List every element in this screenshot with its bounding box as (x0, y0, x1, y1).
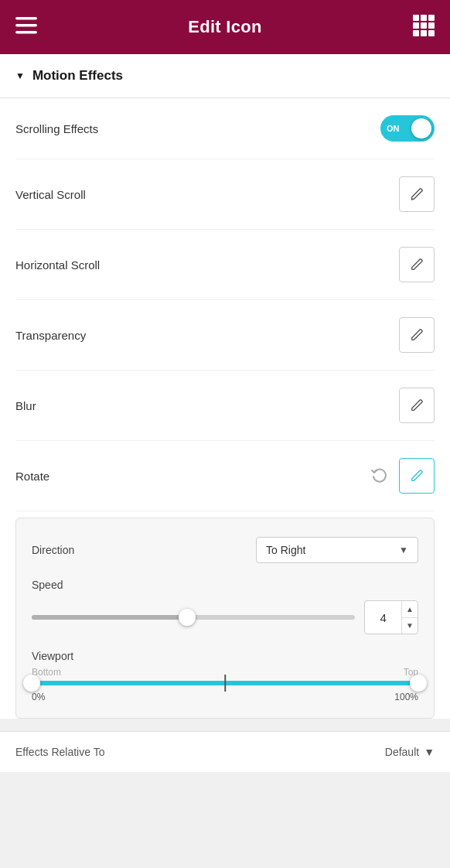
viewport-divider (224, 675, 226, 692)
effects-relative-row: Effects Relative To Default ▼ (0, 731, 450, 772)
chevron-down-icon: ▼ (399, 545, 408, 555)
viewport-section: Viewport Bottom Top 0% 100% (32, 650, 418, 702)
speed-increment-button[interactable]: ▲ (402, 601, 418, 618)
speed-slider-thumb[interactable] (179, 609, 196, 626)
viewport-left-thumb[interactable] (23, 675, 40, 692)
svg-rect-1 (15, 24, 37, 27)
effects-relative-dropdown[interactable]: Default ▼ (385, 746, 435, 758)
rotate-reset-button[interactable] (366, 463, 393, 489)
svg-rect-8 (428, 22, 435, 29)
toggle-thumb (411, 118, 431, 138)
scrolling-effects-toggle[interactable]: ON (380, 115, 435, 142)
grid-icon[interactable] (413, 15, 435, 39)
speed-decrement-button[interactable]: ▼ (402, 618, 418, 634)
vertical-scroll-row: Vertical Scroll (15, 159, 435, 230)
blur-edit-button[interactable] (399, 388, 435, 423)
svg-rect-3 (413, 15, 419, 21)
viewport-right-thumb[interactable] (410, 675, 427, 692)
speed-slider-fill (32, 615, 187, 620)
speed-value: 4 (365, 611, 401, 624)
direction-label: Direction (32, 544, 74, 556)
rotate-edit-button[interactable] (399, 458, 435, 494)
effects-relative-chevron-icon: ▼ (424, 746, 435, 758)
transparency-row: Transparency (15, 300, 435, 371)
speed-arrows: ▲ ▼ (401, 601, 418, 634)
direction-row: Direction To Right ▼ (32, 537, 418, 563)
transparency-label: Transparency (15, 329, 86, 342)
svg-rect-2 (15, 31, 37, 34)
section-title: Motion Effects (32, 68, 123, 84)
vertical-scroll-label: Vertical Scroll (15, 188, 86, 201)
svg-rect-7 (421, 22, 427, 29)
vertical-scroll-edit-button[interactable] (399, 176, 435, 212)
collapse-icon: ▼ (15, 70, 25, 81)
viewport-percent-labels: 0% 100% (32, 692, 418, 702)
blur-row: Blur (15, 371, 435, 441)
section-header[interactable]: ▼ Motion Effects (0, 54, 450, 98)
direction-dropdown[interactable]: To Right ▼ (256, 537, 418, 563)
speed-row: 4 ▲ ▼ (32, 600, 418, 634)
viewport-label: Viewport (32, 650, 418, 662)
rotate-row: Rotate (15, 441, 435, 511)
horizontal-scroll-edit-button[interactable] (399, 247, 435, 282)
speed-slider[interactable] (32, 615, 355, 620)
svg-rect-10 (421, 30, 427, 36)
viewport-right-pct: 100% (394, 692, 418, 702)
horizontal-scroll-row: Horizontal Scroll (15, 230, 435, 300)
svg-rect-4 (421, 15, 427, 21)
svg-rect-5 (428, 15, 435, 21)
svg-rect-6 (413, 22, 419, 29)
speed-section: Speed 4 ▲ ▼ (32, 579, 418, 634)
rotate-expanded-panel: Direction To Right ▼ Speed 4 ▲ ▼ (15, 518, 435, 719)
direction-value: To Right (266, 544, 305, 556)
main-content: Scrolling Effects ON Vertical Scroll Hor… (0, 98, 450, 719)
blur-label: Blur (15, 399, 36, 412)
toggle-on-text: ON (387, 124, 400, 133)
viewport-left-pct: 0% (32, 692, 45, 702)
svg-rect-9 (413, 30, 419, 36)
scrolling-effects-label: Scrolling Effects (15, 122, 98, 135)
horizontal-scroll-label: Horizontal Scroll (15, 258, 100, 272)
transparency-edit-button[interactable] (399, 317, 435, 353)
scrolling-effects-row: Scrolling Effects ON (15, 98, 435, 159)
hamburger-icon[interactable] (15, 17, 37, 37)
svg-rect-11 (428, 30, 435, 36)
viewport-slider[interactable] (32, 681, 418, 685)
svg-rect-0 (15, 17, 37, 20)
speed-label: Speed (32, 579, 418, 591)
rotate-controls (366, 458, 435, 494)
app-header: Edit Icon (0, 0, 450, 54)
effects-relative-value: Default (385, 746, 419, 758)
effects-relative-label: Effects Relative To (15, 746, 104, 758)
rotate-label: Rotate (15, 470, 49, 483)
speed-number-input[interactable]: 4 ▲ ▼ (364, 600, 418, 634)
page-title: Edit Icon (188, 17, 262, 37)
